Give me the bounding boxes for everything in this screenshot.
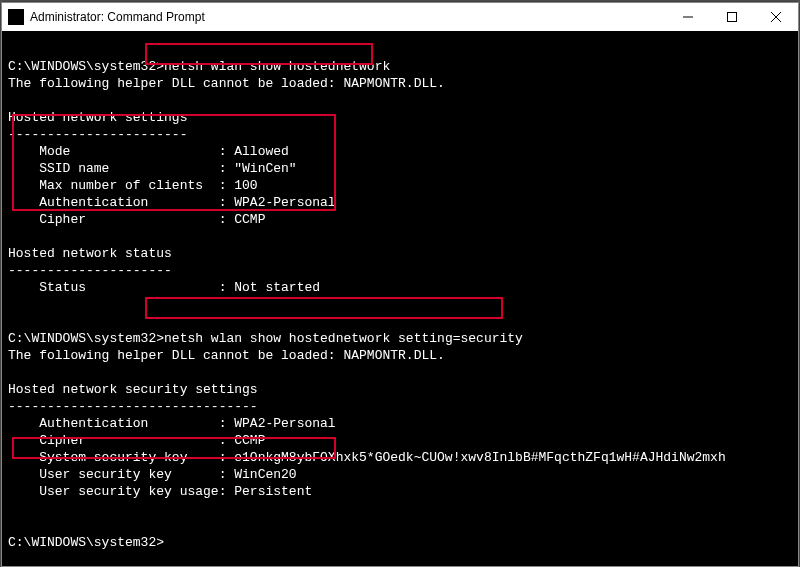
security-cipher: Cipher : CCMP: [8, 433, 265, 448]
prompt: C:\WINDOWS\system32>: [8, 331, 164, 346]
prompt: C:\WINDOWS\system32>: [8, 535, 164, 550]
security-header: Hosted network security settings: [8, 382, 258, 397]
dashes: -----------------------: [8, 127, 187, 142]
cmd-icon: [8, 9, 24, 25]
command-prompt-window: Administrator: Command Prompt C:\WINDOWS…: [1, 2, 799, 567]
close-icon: [771, 12, 781, 22]
security-syskey: System security key : e1OnkgM8ybFOXhxk5*…: [8, 450, 726, 465]
setting-ssid: SSID name : "WinCen": [8, 161, 297, 176]
security-userkey: User security key : WinCen20: [8, 467, 297, 482]
dll-error-2: The following helper DLL cannot be loade…: [8, 348, 445, 363]
settings-header: Hosted network settings: [8, 110, 187, 125]
maximize-icon: [727, 12, 737, 22]
dashes: --------------------------------: [8, 399, 258, 414]
security-usage: User security key usage: Persistent: [8, 484, 312, 499]
command-2: netsh wlan show hostednetwork setting=se…: [164, 331, 523, 346]
setting-cipher: Cipher : CCMP: [8, 212, 265, 227]
setting-mode: Mode : Allowed: [8, 144, 289, 159]
prompt: C:\WINDOWS\system32>: [8, 59, 164, 74]
dashes: ---------------------: [8, 263, 172, 278]
status-header: Hosted network status: [8, 246, 172, 261]
setting-auth: Authentication : WPA2-Personal: [8, 195, 336, 210]
terminal-output[interactable]: C:\WINDOWS\system32>netsh wlan show host…: [2, 31, 798, 557]
dll-error-1: The following helper DLL cannot be loade…: [8, 76, 445, 91]
svg-rect-1: [728, 13, 737, 22]
minimize-button[interactable]: [666, 3, 710, 31]
close-button[interactable]: [754, 3, 798, 31]
maximize-button[interactable]: [710, 3, 754, 31]
minimize-icon: [683, 12, 693, 22]
titlebar[interactable]: Administrator: Command Prompt: [2, 3, 798, 31]
window-title: Administrator: Command Prompt: [30, 10, 666, 24]
setting-maxclients: Max number of clients : 100: [8, 178, 258, 193]
command-1: netsh wlan show hostednetwork: [164, 59, 390, 74]
status-line: Status : Not started: [8, 280, 320, 295]
security-auth: Authentication : WPA2-Personal: [8, 416, 336, 431]
